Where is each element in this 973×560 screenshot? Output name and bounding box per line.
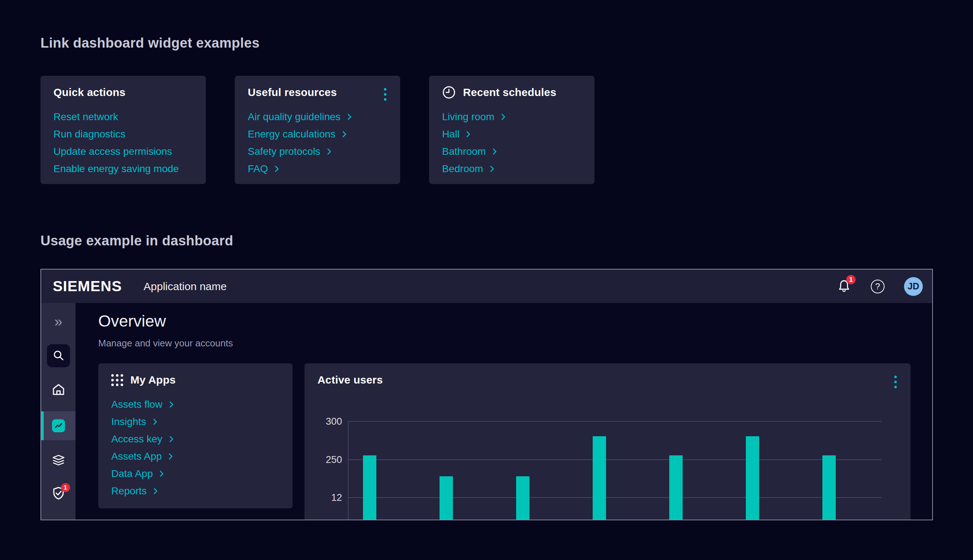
y-tick-label: 300 [326, 416, 342, 427]
chart-bar [440, 476, 453, 520]
siemens-logo: SIEMENS [53, 278, 122, 295]
quick-actions-links: Reset networkRun diagnosticsUpdate acces… [53, 108, 193, 178]
card-link[interactable]: Reset network [53, 108, 118, 125]
card-link[interactable]: Living room [442, 108, 506, 125]
chart-gridline [348, 421, 882, 422]
chart-gridline [348, 459, 882, 460]
security-badge: 1 [61, 483, 70, 492]
kebab-menu-icon[interactable] [383, 87, 388, 102]
link-label: Hall [442, 128, 460, 140]
help-button[interactable]: ? [871, 280, 884, 293]
chevron-right-icon [466, 130, 471, 138]
card-link[interactable]: Enable energy saving mode [53, 160, 179, 178]
sidebar-item-layers[interactable] [52, 455, 65, 467]
chevron-right-icon [347, 113, 352, 121]
sidebar-expand-button[interactable]: » [54, 314, 62, 329]
application-name: Application name [144, 280, 227, 293]
my-apps-card: My Apps Assets flowInsightsAccess keyAss… [98, 363, 293, 508]
card-header: Active users [318, 372, 898, 388]
sidebar: » [41, 303, 75, 520]
chevron-right-icon [492, 148, 497, 155]
my-apps-links: Assets flowInsightsAccess keyAssets AppD… [111, 396, 279, 500]
notifications-button[interactable]: 1 [837, 278, 851, 294]
question-icon: ? [871, 280, 884, 293]
card-link[interactable]: Access key [111, 430, 174, 448]
y-tick-label: 250 [326, 454, 342, 465]
card-link[interactable]: Data App [111, 465, 164, 482]
link-label: Assets flow [111, 399, 162, 410]
link-label: Assets App [111, 451, 162, 462]
link-label: Update access permisions [53, 146, 172, 157]
card-link[interactable]: Assets flow [111, 396, 174, 413]
card-title: Useful resources [248, 86, 337, 98]
search-icon [52, 349, 65, 363]
active-indicator [41, 411, 44, 440]
chart-bar [823, 455, 836, 520]
chevron-right-icon [169, 435, 174, 443]
trend-chart-icon [52, 419, 65, 432]
avatar[interactable]: JD [904, 277, 923, 296]
y-tick-label: 12 [331, 492, 342, 503]
link-label: Access key [111, 433, 162, 445]
sidebar-item-security[interactable]: 1 [51, 486, 66, 502]
sidebar-item-analytics[interactable] [41, 411, 75, 440]
card-link[interactable]: Bedroom [442, 160, 495, 178]
link-label: Reset network [53, 111, 118, 123]
chevron-right-icon [168, 452, 173, 460]
card-link[interactable]: FAQ [248, 160, 279, 178]
card-link[interactable]: Reports [111, 482, 158, 500]
link-label: Energy calculations [248, 128, 336, 140]
link-label: FAQ [248, 163, 268, 175]
card-link[interactable]: Bathroom [442, 143, 497, 160]
link-label: Enable energy saving mode [53, 163, 179, 175]
chart-bar [669, 455, 683, 520]
chart-bar [746, 436, 759, 520]
page-title: Overview [98, 312, 166, 330]
y-axis-line [348, 421, 349, 520]
page-subtitle: Manage and view your accounts [98, 338, 233, 349]
card-header: Quick actions [53, 85, 193, 100]
link-label: Safety protocols [248, 146, 320, 157]
home-icon [52, 383, 65, 397]
clock-icon [442, 85, 456, 99]
kebab-menu-icon[interactable] [893, 374, 898, 390]
chevron-right-icon [501, 113, 506, 121]
link-label: Reports [111, 485, 147, 497]
card-title: Quick actions [53, 86, 125, 98]
chart-gridline [348, 497, 882, 498]
link-label: Living room [442, 111, 495, 123]
card-title: Recent schedules [463, 86, 556, 98]
chevron-right-icon [159, 470, 164, 478]
useful-resources-links: Air quality guidelinesEnergy calculation… [248, 108, 387, 178]
widget-examples-row: Quick actions Reset networkRun diagnosti… [40, 76, 595, 184]
card-link[interactable]: Update access permisions [53, 143, 172, 160]
recent-schedules-card: Recent schedules Living roomHallBathroom… [429, 76, 595, 184]
quick-actions-card: Quick actions Reset networkRun diagnosti… [40, 76, 206, 184]
chevron-right-icon [169, 400, 174, 408]
chart-bar [363, 455, 376, 520]
card-link[interactable]: Energy calculations [248, 125, 347, 143]
card-link[interactable]: Hall [442, 125, 471, 143]
card-link[interactable]: Air quality guidelines [248, 108, 352, 125]
card-link[interactable]: Insights [111, 413, 157, 430]
layers-icon [52, 455, 65, 467]
chart-plot: 30025012 [348, 421, 882, 520]
app-header: SIEMENS Application name 1 ? JD [41, 270, 932, 303]
sidebar-item-home[interactable] [52, 383, 65, 397]
card-title: My Apps [130, 374, 176, 386]
link-label: Air quality guidelines [248, 111, 341, 123]
search-button[interactable] [47, 344, 70, 367]
apps-grid-icon [111, 374, 123, 386]
card-link[interactable]: Safety protocols [248, 143, 331, 160]
chevron-right-icon [153, 418, 157, 426]
widgets-row: My Apps Assets flowInsightsAccess keyAss… [98, 363, 911, 520]
section-title-usage-example: Usage example in dashboard [40, 233, 233, 248]
chevron-right-icon [327, 148, 331, 155]
card-link[interactable]: Assets App [111, 448, 173, 465]
chevron-right-icon [153, 487, 158, 495]
card-link[interactable]: Run diagnostics [53, 125, 125, 143]
dashboard-example-frame: SIEMENS Application name 1 ? JD » [40, 269, 933, 520]
recent-schedules-links: Living roomHallBathroomBedroom [442, 108, 582, 178]
chevron-right-icon [342, 130, 347, 138]
link-label: Bathroom [442, 146, 486, 157]
